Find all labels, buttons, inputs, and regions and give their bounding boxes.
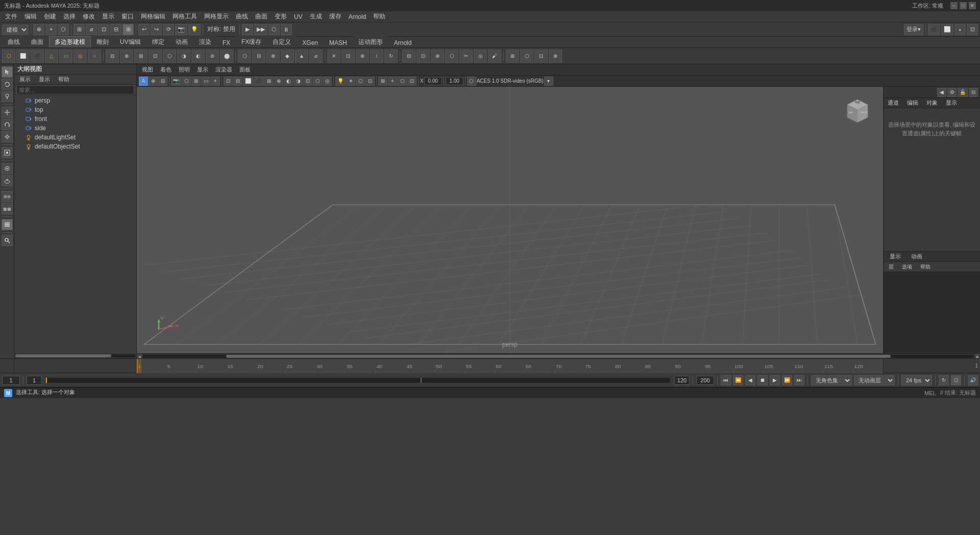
- rp-tab-channels[interactable]: 通道: [884, 98, 903, 108]
- vp-color-profile-btn[interactable]: ⬡: [467, 77, 476, 86]
- shelf-target-weld[interactable]: ◎: [474, 50, 487, 63]
- rp-collapse-btn[interactable]: ◀: [937, 88, 946, 97]
- vp-shading7[interactable]: ◐: [284, 77, 293, 86]
- menu-edit[interactable]: 编辑: [21, 11, 40, 22]
- tab-uv-edit[interactable]: UV编辑: [114, 36, 146, 47]
- layer-menu-help[interactable]: 帮助: [917, 262, 934, 272]
- vp-y-input[interactable]: [446, 77, 463, 85]
- shelf-retopo[interactable]: ⊚: [206, 50, 219, 63]
- vp-resolution[interactable]: ▭: [201, 77, 210, 86]
- outliner-item-lightset[interactable]: defaultLightSet: [14, 133, 136, 142]
- vp-menu-lighting[interactable]: 照明: [176, 65, 193, 75]
- viewport[interactable]: .grid-line { stroke: #686868; stroke-wid…: [137, 87, 883, 353]
- vp-menu-view[interactable]: 视图: [139, 65, 156, 75]
- vp-pivot[interactable]: +: [388, 77, 397, 86]
- tab-xgen[interactable]: XGen: [297, 38, 324, 47]
- outliner-menu-help[interactable]: 帮助: [55, 75, 72, 84]
- timeline-ruler[interactable]: 1 5 10 15 20 25 30 35 40 45 50: [137, 359, 883, 373]
- tb-snap-surface[interactable]: ⊞: [122, 24, 134, 35]
- vp-shading1[interactable]: ⊡: [224, 77, 233, 86]
- btn-go-start[interactable]: ⏮: [721, 375, 731, 385]
- layer-tab-animation[interactable]: 动画: [907, 252, 926, 261]
- tb-snap-view[interactable]: ⊟: [110, 24, 121, 35]
- vp-shading3[interactable]: ⬜: [243, 77, 253, 86]
- tb-camera[interactable]: 📷: [175, 24, 187, 35]
- vp-shading5[interactable]: ⊞: [264, 77, 274, 86]
- tab-sculpt[interactable]: 雕刻: [91, 36, 114, 47]
- lt-last-tool[interactable]: [2, 147, 13, 158]
- lt-grid-options[interactable]: ⊞⊞: [2, 191, 13, 202]
- viewport-orientation-cube[interactable]: top left front: [842, 97, 873, 128]
- tb-redo[interactable]: ↪: [151, 24, 162, 35]
- vp-menu-show[interactable]: 显示: [194, 65, 211, 75]
- shelf-display-quads[interactable]: ⊞: [506, 50, 519, 63]
- range-end-input[interactable]: [674, 376, 690, 385]
- shelf-poke[interactable]: ◆: [281, 50, 294, 63]
- outliner-item-side[interactable]: side: [14, 124, 136, 133]
- shelf-paint-select[interactable]: 🖌: [488, 50, 501, 63]
- tb-render[interactable]: ▶: [242, 24, 253, 35]
- menu-select[interactable]: 选择: [60, 11, 79, 22]
- vp-menu-shading[interactable]: 着色: [157, 65, 175, 75]
- minimize-button[interactable]: ─: [950, 2, 958, 9]
- shelf-detach[interactable]: ⬡: [445, 50, 458, 63]
- tab-arnold[interactable]: Arnold: [388, 38, 418, 47]
- vp-shadow[interactable]: ⬡: [356, 77, 365, 86]
- vp-select-cam[interactable]: 📷: [171, 77, 181, 86]
- tb-light[interactable]: 💡: [188, 24, 201, 35]
- menu-file[interactable]: 文件: [2, 11, 20, 22]
- shelf-bevel[interactable]: ⌀: [309, 50, 323, 63]
- tb-layout3[interactable]: ▪: [954, 24, 966, 35]
- tab-curves[interactable]: 曲线: [2, 36, 26, 47]
- login-button[interactable]: 登录 ▾: [904, 24, 923, 35]
- outliner-menu-show[interactable]: 显示: [36, 75, 53, 84]
- tb-layout4[interactable]: ⊡: [967, 24, 978, 35]
- mode-dropdown[interactable]: 建模 动画 绑定 渲染: [2, 25, 29, 35]
- shelf-display-edges[interactable]: ⬡: [520, 50, 533, 63]
- shelf-disk[interactable]: ◎: [74, 50, 87, 63]
- tab-surfaces[interactable]: 曲面: [26, 36, 49, 47]
- tb-layout2[interactable]: ⬜: [941, 24, 953, 35]
- layer-menu-options[interactable]: 选项: [899, 262, 915, 272]
- tab-fx-cache[interactable]: FX缓存: [236, 36, 267, 47]
- vp-menu-renderer[interactable]: 渲染器: [212, 65, 235, 75]
- outliner-item-front[interactable]: front: [14, 114, 136, 124]
- rp-tab-object[interactable]: 对象: [922, 98, 942, 108]
- tb-snap-curve[interactable]: ⌀: [86, 24, 97, 35]
- fps-dropdown[interactable]: 24 fps 30 fps 60 fps: [901, 375, 932, 385]
- btn-step-fwd[interactable]: ⏩: [782, 375, 792, 385]
- shelf-collapse[interactable]: ⊡: [341, 50, 355, 63]
- lt-display-options[interactable]: ▦▦: [2, 203, 13, 214]
- shelf-multi-cut[interactable]: ✂: [459, 50, 473, 63]
- shelf-mirror[interactable]: ⊟: [106, 50, 119, 63]
- btn-loop[interactable]: ↻: [939, 375, 949, 385]
- shelf-offset-loop[interactable]: ⊡: [416, 50, 430, 63]
- shelf-extract[interactable]: ⬡: [163, 50, 176, 63]
- menu-modify[interactable]: 修改: [80, 11, 98, 22]
- shelf-insert-loop[interactable]: ⊟: [402, 50, 415, 63]
- vp-light1[interactable]: 💡: [335, 77, 346, 86]
- tb-history[interactable]: ⟳: [163, 24, 174, 35]
- btn-go-end[interactable]: ⏭: [794, 375, 804, 385]
- vp-safe-frame[interactable]: ⊞: [191, 77, 201, 86]
- vp-shading2[interactable]: ⊟: [233, 77, 242, 86]
- rp-settings-btn[interactable]: ⚙: [947, 88, 957, 97]
- tb-undo[interactable]: ↩: [138, 24, 150, 35]
- lt-move-tool[interactable]: [2, 107, 13, 118]
- tab-rigging[interactable]: 绑定: [146, 36, 170, 47]
- vp-film-gate[interactable]: ⬡: [182, 77, 191, 86]
- btn-play-back[interactable]: ◀: [745, 375, 755, 385]
- vp-cam-btn2[interactable]: ⊟: [158, 77, 167, 86]
- lt-paint-select[interactable]: [2, 91, 13, 102]
- tb-select[interactable]: ⊕: [33, 24, 44, 35]
- shelf-pipe[interactable]: ○: [88, 50, 101, 63]
- shelf-separate[interactable]: ⊡: [149, 50, 162, 63]
- vp-menu-panels[interactable]: 面板: [236, 65, 254, 75]
- lt-list-view[interactable]: [2, 219, 13, 230]
- tab-custom[interactable]: 自定义: [267, 36, 297, 47]
- shelf-flip[interactable]: ↕: [370, 50, 383, 63]
- lt-soft-select[interactable]: [2, 175, 13, 186]
- vp-color-dropdown[interactable]: ▾: [544, 77, 553, 86]
- outliner-search-input[interactable]: [16, 85, 134, 94]
- layer-tab-display[interactable]: 显示: [886, 252, 905, 261]
